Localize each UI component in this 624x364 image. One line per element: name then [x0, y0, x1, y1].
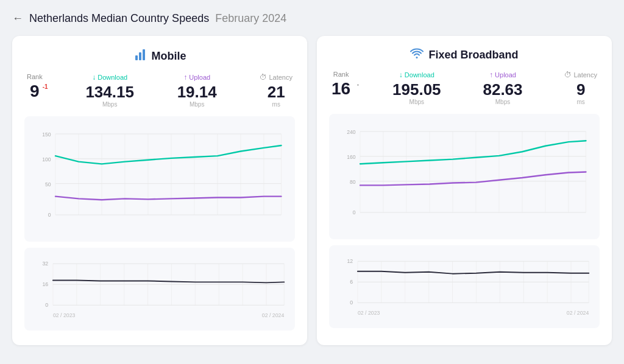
svg-text:160: 160 [347, 154, 356, 160]
mobile-speed-chart: 150 100 50 0 [24, 116, 295, 242]
fixed-upload-value: 82.63 [483, 82, 522, 97]
mobile-rank-value: 9 -1 [30, 83, 40, 100]
wifi-icon [410, 48, 424, 62]
mobile-upload-value: 19.14 [177, 84, 217, 100]
svg-text:0: 0 [45, 302, 48, 308]
download-icon: ↓ [92, 73, 96, 82]
fixed-download: ↓ Download 195.05 Mbps [392, 71, 441, 105]
fixed-rank-label: Rank [333, 71, 349, 78]
mobile-latency: ⏱ Latency 21 ms [260, 73, 292, 108]
mobile-download-unit: Mbps [102, 101, 117, 108]
svg-rect-0 [135, 55, 138, 60]
mobile-upload-unit: Mbps [190, 101, 204, 108]
fixed-panel-title: Fixed Broadband [329, 48, 600, 62]
fixed-download-label: ↓ Download [399, 71, 434, 79]
mobile-panel: Mobile Rank 9 -1 ↓ Download 134.15 Mbps [12, 36, 307, 345]
fixed-rank-change: - [357, 82, 359, 88]
mobile-icon [133, 48, 147, 65]
mobile-download-label: ↓ Download [92, 73, 127, 82]
svg-text:02 / 2023: 02 / 2023 [358, 310, 380, 316]
mobile-latency-chart: 32 16 0 02 / 2023 02 / 2024 [24, 248, 295, 331]
svg-rect-1 [139, 52, 141, 60]
svg-text:16: 16 [42, 281, 48, 287]
fixed-stats-row: Rank 16 - ↓ Download 195.05 Mbps ↑ Uploa… [329, 71, 600, 105]
fixed-latency: ⏱ Latency 9 ms [564, 71, 597, 105]
fixed-panel: Fixed Broadband Rank 16 - ↓ Download 195… [317, 36, 612, 345]
svg-text:32: 32 [42, 261, 48, 267]
mobile-rank-change: -1 [43, 84, 48, 90]
mobile-panel-title: Mobile [24, 48, 295, 65]
svg-text:100: 100 [42, 156, 51, 163]
fixed-upload-label: ↑ Upload [489, 71, 516, 79]
mobile-rank: Rank 9 -1 [27, 73, 43, 100]
fixed-latency-chart: 12 6 0 02 / 2023 02 / 2024 [329, 245, 600, 328]
fixed-rank: Rank 16 - [332, 71, 350, 97]
svg-text:150: 150 [42, 131, 51, 138]
svg-text:0: 0 [350, 299, 353, 306]
svg-text:02 / 2023: 02 / 2023 [53, 312, 76, 318]
page-title: Netherlands Median Country Speeds [29, 12, 209, 25]
mobile-download-value: 134.15 [85, 84, 134, 100]
page-subtitle: February 2024 [215, 12, 286, 25]
svg-text:02 / 2024: 02 / 2024 [567, 310, 589, 316]
mobile-upload-label: ↑ Upload [183, 73, 210, 82]
fixed-speed-chart: 240 160 80 0 [329, 114, 600, 239]
mobile-download: ↓ Download 134.15 Mbps [85, 73, 134, 108]
fixed-download-value: 195.05 [392, 82, 441, 97]
svg-text:240: 240 [347, 129, 356, 135]
fixed-latency-icon: ⏱ [564, 71, 572, 79]
upload-icon: ↑ [183, 73, 187, 82]
fixed-latency-unit: ms [577, 99, 585, 105]
fixed-download-unit: Mbps [410, 99, 424, 105]
mobile-latency-value: 21 [268, 84, 285, 100]
fixed-download-icon: ↓ [399, 71, 403, 79]
latency-icon: ⏱ [260, 73, 267, 82]
svg-text:12: 12 [347, 258, 353, 264]
mobile-latency-unit: ms [272, 101, 280, 108]
mobile-stats-row: Rank 9 -1 ↓ Download 134.15 Mbps ↑ Uploa… [24, 73, 295, 108]
fixed-latency-label: ⏱ Latency [564, 71, 597, 79]
mobile-rank-label: Rank [27, 73, 43, 80]
fixed-upload-unit: Mbps [495, 99, 510, 105]
fixed-upload: ↑ Upload 82.63 Mbps [483, 71, 522, 105]
fixed-upload-icon: ↑ [489, 71, 493, 79]
svg-text:02 / 2024: 02 / 2024 [262, 312, 285, 318]
fixed-rank-value: 16 - [332, 80, 350, 97]
panels-container: Mobile Rank 9 -1 ↓ Download 134.15 Mbps [12, 36, 612, 345]
svg-text:0: 0 [48, 212, 51, 218]
svg-rect-2 [143, 49, 145, 60]
mobile-upload: ↑ Upload 19.14 Mbps [177, 73, 217, 108]
svg-text:50: 50 [45, 181, 51, 187]
mobile-latency-label: ⏱ Latency [260, 73, 292, 82]
svg-text:0: 0 [353, 209, 356, 215]
svg-text:80: 80 [350, 179, 356, 185]
back-button[interactable]: ← [12, 12, 23, 25]
fixed-latency-value: 9 [576, 82, 585, 97]
page-header: ← Netherlands Median Country Speeds Febr… [12, 12, 612, 25]
svg-text:6: 6 [350, 279, 353, 285]
